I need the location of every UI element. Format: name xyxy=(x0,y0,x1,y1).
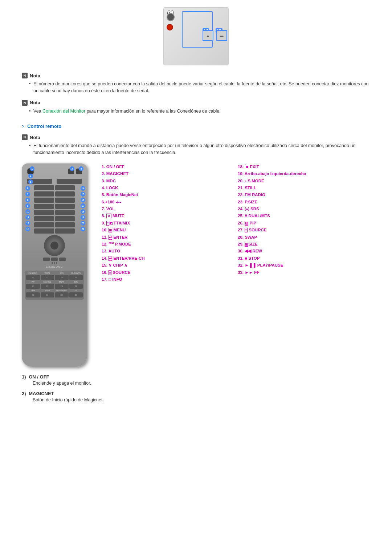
badge-4: 4 xyxy=(79,166,83,171)
label-20: 20. ♪ S.MODE xyxy=(238,178,370,184)
label-7: 7. VOL xyxy=(102,206,234,212)
label-10: 10. ⊞ MENU xyxy=(102,227,234,233)
label-21: 21. STILL xyxy=(238,185,370,191)
badge-11: 11 xyxy=(25,215,30,220)
badge-14: 14 xyxy=(81,186,85,191)
btn-row-2 xyxy=(57,179,82,184)
remote-body: 1 2 3 4 5 6 7 8 9 10 xyxy=(22,163,87,367)
badge-3: 3 xyxy=(70,166,74,171)
note-item-2: Vea Conexión del Monitor para mayor info… xyxy=(29,108,370,115)
conexion-link[interactable]: Conexión del Monitor xyxy=(42,109,85,114)
bottom-btn-26: 26 xyxy=(26,284,40,289)
remote-note-item: El funcionamiento del mando a distancia … xyxy=(29,142,370,156)
badge-15: 15 xyxy=(81,192,85,197)
small-btn-2 xyxy=(51,258,58,261)
circle-red xyxy=(167,24,173,31)
top-image-section: E 17 18 ▲ ▬ xyxy=(22,7,370,65)
desc-text-2: Botón de Inicio rápido de Magicnet. xyxy=(22,397,370,402)
label-23: 23. P.SIZE xyxy=(238,199,370,205)
label-25: 25. H DUAL/MTS xyxy=(238,212,370,219)
remote-note-list: El funcionamiento del mando a distancia … xyxy=(22,142,370,156)
badge-21: 21 xyxy=(81,227,85,231)
bottom-btn-23: 23 xyxy=(41,275,54,280)
label-22: 22. FM RADIO xyxy=(238,191,370,198)
btn-m5 xyxy=(34,198,54,203)
badge-18: 18 xyxy=(81,209,85,214)
remote-section: 1 2 3 4 5 6 7 8 9 10 xyxy=(22,163,370,367)
section-title: Control remoto xyxy=(27,123,61,129)
btn-m12 xyxy=(55,216,75,221)
badge-9: 9 xyxy=(25,203,30,208)
btn-m11 xyxy=(34,216,54,221)
label-1: 1. ON / OFF xyxy=(102,163,234,170)
descriptions-section: 1) ON / OFF Enciende y apaga el monitor.… xyxy=(22,374,370,402)
bottom-label-stop: STOP xyxy=(41,289,54,292)
bottom-label-swap: SWAP xyxy=(55,281,69,283)
circle-left xyxy=(167,13,175,21)
label-8: 8. ✕ MUTE xyxy=(102,212,234,219)
bottom-btn-27: 27 xyxy=(41,284,54,289)
label-27: 27. ≡ SOURCE xyxy=(238,227,370,233)
bottom-label-23: P.SIZE xyxy=(41,272,54,274)
badge-1: 1 xyxy=(30,166,34,171)
btn-m4 xyxy=(55,191,75,197)
desc-header-2: 2) MAGICNET xyxy=(22,391,370,396)
badge-17: 17 xyxy=(81,203,85,208)
bottom-label-play: PLAY/PAUSE xyxy=(55,289,69,292)
label-19: 19. Arriba-abajo Izquierda-derecha xyxy=(238,170,370,177)
small-btn-3 xyxy=(59,258,66,261)
nav-ring xyxy=(44,235,65,256)
badge-16: 16 xyxy=(81,198,85,202)
note-item-1: El número de monitores que se pueden con… xyxy=(29,81,370,94)
btn-m7 xyxy=(34,204,54,209)
badge-20: 20 xyxy=(81,221,85,226)
labels-col-2: 18. "■ EXIT 19. Arriba-abajo Izquierda-d… xyxy=(238,163,370,283)
label-31: 31. ■ STOP xyxy=(238,255,370,262)
badge-5: 5 xyxy=(28,179,33,184)
label-5: 5. Botón MagicNet xyxy=(102,191,234,198)
badge-10: 10 xyxy=(25,209,30,214)
label-33: 33. ►► FF xyxy=(238,269,370,276)
note-link-suffix: para mayor información en lo referente a… xyxy=(87,109,221,114)
label-2: 2. MAGICNET xyxy=(102,170,234,177)
bottom-btn-30: 30 xyxy=(26,292,40,297)
badge-6: 6 xyxy=(25,186,30,191)
bottom-label-pip: PIP xyxy=(26,281,40,283)
btn-m3 xyxy=(34,191,54,197)
label-13: 13. AUTO xyxy=(102,248,234,254)
label-26: 26. ⊡ PIP xyxy=(238,220,370,226)
badge-13: 13 xyxy=(25,227,30,231)
btn-m8 xyxy=(55,204,75,209)
remote-note-section: N Nota El funcionamiento del mando a dis… xyxy=(22,134,370,156)
badge-8: 8 xyxy=(25,198,30,202)
btn-m15 xyxy=(34,228,54,234)
note-section-1: N Nota El número de monitores que se pue… xyxy=(22,73,370,94)
bottom-row-3: 30 31 32 33 xyxy=(26,292,83,297)
label-18: 18. "■ EXIT xyxy=(238,163,370,170)
btn-m10 xyxy=(55,210,75,215)
blue-box: 17 18 ▲ ▬ xyxy=(182,11,213,48)
remote-note-icon: N xyxy=(22,134,28,140)
bottom-btn-22: 22 xyxy=(26,275,40,280)
desc-header-1: 1) ON / OFF xyxy=(22,374,370,380)
bottom-label-22: FM RADIO xyxy=(26,272,40,274)
badge-12: 12 xyxy=(25,221,30,226)
label-17: 17. □ INFO xyxy=(102,276,234,283)
badge-7: 7 xyxy=(25,192,30,197)
btn-m6 xyxy=(55,198,75,203)
label-24: 24. (●) SRS xyxy=(238,206,370,212)
labels-col-1: 1. ON / OFF 2. MAGICNET 3. MDC 4. LOCK 5… xyxy=(102,163,234,283)
note-header-2: N Nota xyxy=(22,100,370,106)
note-section-2: N Nota Vea Conexión del Monitor para may… xyxy=(22,100,370,115)
label-15: 15. ∨ CH/P ∧ xyxy=(102,262,234,268)
label-14: 14. ↩ ENTER/PRE-CH xyxy=(102,255,234,262)
remote-control-image: 1 2 3 4 5 6 7 8 9 10 xyxy=(22,163,91,367)
note-list-1: El número de monitores que se pueden con… xyxy=(22,81,370,94)
label-6: 6.+100 -/-- xyxy=(102,199,234,205)
bottom-label-rew: REW xyxy=(26,289,40,292)
label-16: 16. ≡ SOURCE xyxy=(102,269,234,276)
bottom-btn-32: 32 xyxy=(55,292,69,297)
badge-2: 2 xyxy=(28,174,33,178)
bottom-label-size: SIZE xyxy=(69,281,83,283)
label-9: 9. ≡◩ TTX/MIX xyxy=(102,220,234,226)
